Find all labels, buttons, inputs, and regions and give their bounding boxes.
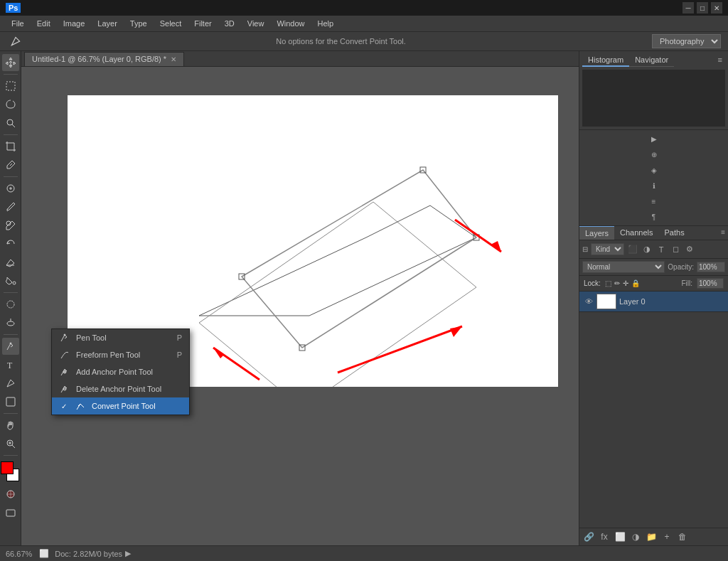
svg-line-33 xyxy=(213,348,259,380)
ctx-freeform-pen-tool[interactable]: Freeform Pen Tool P xyxy=(52,346,189,363)
info-panel-icon[interactable]: ℹ xyxy=(648,180,660,191)
ctx-convert-point-label: Convert Point Tool xyxy=(92,402,156,410)
svg-marker-34 xyxy=(213,348,224,358)
histogram-tab[interactable]: Histogram xyxy=(582,54,629,67)
add-folder-icon[interactable]: 📁 xyxy=(645,530,658,543)
close-tab-button[interactable]: ✕ xyxy=(171,55,176,63)
toolbar-separator-7 xyxy=(4,455,18,456)
menu-edit[interactable]: Edit xyxy=(31,18,56,29)
histogram-tabs: Histogram Navigator ≡ xyxy=(582,54,725,67)
layers-options: ⊟ Kind ⬛ ◑ T ◻ ⚙ xyxy=(579,240,728,259)
opacity-input[interactable] xyxy=(697,262,725,272)
close-button[interactable]: ✕ xyxy=(711,2,722,14)
zoom-tool[interactable] xyxy=(2,435,19,452)
screen-mode-tool[interactable] xyxy=(2,504,19,521)
dodge-tool[interactable] xyxy=(2,314,19,331)
hand-tool[interactable] xyxy=(2,417,19,434)
lock-transparent-icon[interactable]: ⬚ xyxy=(605,279,611,287)
layers-panel-icon[interactable]: ▶ xyxy=(648,133,660,144)
svg-point-12 xyxy=(7,301,14,308)
svg-marker-24 xyxy=(199,205,476,316)
menu-window[interactable]: Window xyxy=(271,18,310,29)
layers-tab[interactable]: Layers xyxy=(579,226,614,240)
main-layout: T xyxy=(0,51,728,545)
ctx-delete-anchor-tool[interactable]: Delete Anchor Point Tool xyxy=(52,380,189,397)
color-selector[interactable] xyxy=(1,461,21,481)
shape-tool[interactable] xyxy=(2,393,19,410)
add-anchor-icon xyxy=(59,366,70,378)
svg-point-15 xyxy=(10,343,11,344)
eyedropper-tool[interactable] xyxy=(2,156,19,173)
filter-smart-icon[interactable]: ⚙ xyxy=(684,244,695,255)
history-brush-tool[interactable] xyxy=(2,235,19,252)
table-row[interactable]: 👁 Layer 0 xyxy=(579,292,728,312)
delete-anchor-icon xyxy=(59,383,70,395)
lock-icons: ⬚ ✏ ✛ 🔒 xyxy=(605,279,640,287)
lasso-tool[interactable] xyxy=(2,96,19,113)
path-selection-tool[interactable] xyxy=(2,375,19,392)
clone-stamp-tool[interactable] xyxy=(2,217,19,234)
navigator-tab[interactable]: Navigator xyxy=(629,54,674,67)
delete-layer-icon[interactable]: 🗑 xyxy=(676,530,689,543)
add-adjustment-icon[interactable]: ◑ xyxy=(629,530,642,543)
filter-adjust-icon[interactable]: ◑ xyxy=(641,244,653,255)
adjustments-panel-icon[interactable]: ⊕ xyxy=(648,149,660,160)
filter-type-select[interactable]: Kind xyxy=(591,243,624,255)
histogram-panel-menu[interactable]: ≡ xyxy=(715,54,725,67)
quick-select-tool[interactable] xyxy=(2,114,19,132)
move-tool[interactable] xyxy=(2,54,19,71)
menu-help[interactable]: Help xyxy=(312,18,340,29)
eraser-tool[interactable] xyxy=(2,254,19,271)
ctx-add-anchor-tool[interactable]: Add Anchor Point Tool xyxy=(52,363,189,380)
menu-select[interactable]: Select xyxy=(154,18,188,29)
layer-visibility-icon[interactable]: 👁 xyxy=(584,296,594,306)
window-controls[interactable]: ─ □ ✕ xyxy=(682,2,722,14)
fill-input[interactable] xyxy=(697,278,724,289)
menu-3d[interactable]: 3D xyxy=(219,18,240,29)
menu-type[interactable]: Type xyxy=(124,18,153,29)
lock-pixels-icon[interactable]: ✏ xyxy=(614,279,620,287)
ctx-pen-tool[interactable]: Pen Tool P xyxy=(52,329,189,346)
quick-mask-tool[interactable] xyxy=(2,486,19,503)
menu-bar: File Edit Image Layer Type Select Filter… xyxy=(0,16,728,31)
foreground-color[interactable] xyxy=(1,461,14,474)
filter-shape-icon[interactable]: ◻ xyxy=(670,244,681,255)
workspace-select[interactable]: Photography xyxy=(652,34,721,48)
menu-layer[interactable]: Layer xyxy=(92,18,123,29)
brush-tool[interactable] xyxy=(2,198,19,215)
styles-panel-icon[interactable]: ◈ xyxy=(648,164,660,176)
menu-file[interactable]: File xyxy=(6,18,30,29)
filter-pixel-icon[interactable]: ⬛ xyxy=(627,244,638,255)
properties-panel-icon[interactable]: ≡ xyxy=(648,196,660,207)
menu-image[interactable]: Image xyxy=(58,18,91,29)
heal-tool[interactable] xyxy=(2,180,19,197)
fill-tool[interactable] xyxy=(2,272,19,289)
lock-position-icon[interactable]: ✛ xyxy=(623,279,628,287)
filter-type-icon[interactable]: T xyxy=(655,244,667,255)
add-style-icon[interactable]: fx xyxy=(598,530,611,543)
svg-rect-23 xyxy=(6,510,15,516)
ctx-convert-point-tool[interactable]: ✓ Convert Point Tool xyxy=(52,397,189,415)
link-layers-icon[interactable]: 🔗 xyxy=(582,530,595,543)
marquee-tool[interactable] xyxy=(2,78,19,95)
pen-tool[interactable] xyxy=(2,338,19,355)
paths-tab[interactable]: Paths xyxy=(659,226,690,240)
doc-info-arrow[interactable]: ▶ xyxy=(125,549,131,558)
maximize-button[interactable]: □ xyxy=(697,2,708,14)
document-tab[interactable]: Untitled-1 @ 66.7% (Layer 0, RGB/8) * ✕ xyxy=(24,52,184,66)
blend-mode-select[interactable]: Normal xyxy=(582,261,665,273)
add-mask-icon[interactable]: ⬜ xyxy=(614,530,626,543)
layers-panel-close[interactable]: ≡ xyxy=(718,226,728,240)
crop-tool[interactable] xyxy=(2,138,19,155)
lock-all-icon[interactable]: 🔒 xyxy=(631,279,640,287)
svg-line-7 xyxy=(10,164,12,166)
ctx-pen-label: Pen Tool xyxy=(76,333,107,342)
minimize-button[interactable]: ─ xyxy=(682,2,694,14)
channels-tab[interactable]: Channels xyxy=(614,226,658,240)
menu-filter[interactable]: Filter xyxy=(188,18,217,29)
menu-view[interactable]: View xyxy=(242,18,270,29)
type-tool[interactable]: T xyxy=(2,356,19,373)
paragraph-panel-icon[interactable]: ¶ xyxy=(648,211,660,223)
add-layer-icon[interactable]: + xyxy=(660,530,673,543)
blur-tool[interactable] xyxy=(2,296,19,313)
